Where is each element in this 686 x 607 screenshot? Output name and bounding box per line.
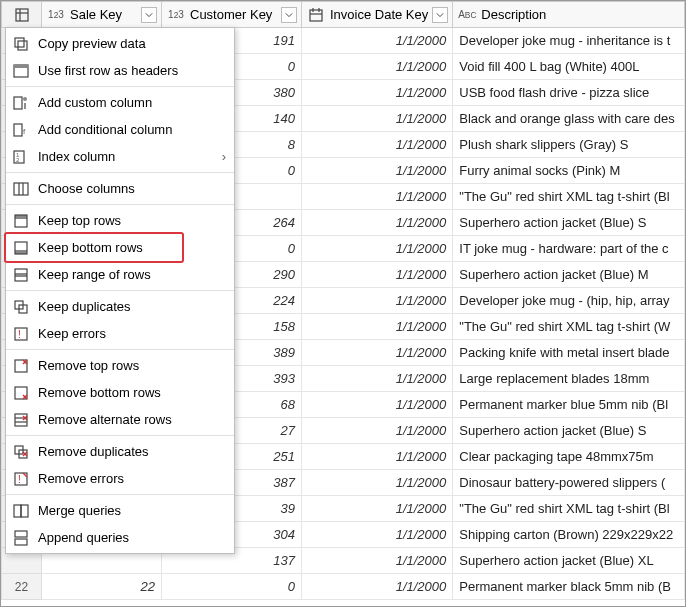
menu-keep-duplicates[interactable]: Keep duplicates	[6, 293, 234, 320]
menu-append-queries[interactable]: Append queries	[6, 524, 234, 551]
column-header-sale-key[interactable]: 123 Sale Key	[42, 2, 162, 28]
row-number[interactable]: 22	[2, 574, 42, 600]
cell-invoice-date[interactable]: 1/1/2000	[302, 158, 453, 184]
cell-description[interactable]: Packing knife with metal insert blade	[453, 340, 685, 366]
cell-invoice-date[interactable]: 1/1/2000	[302, 28, 453, 54]
svg-rect-23	[15, 250, 27, 254]
cell-description[interactable]: "The Gu" red shirt XML tag t-shirt (Bl	[453, 496, 685, 522]
menu-keep-errors[interactable]: ! Keep errors	[6, 320, 234, 347]
remove-duplicates-icon	[12, 443, 30, 461]
menu-keep-top[interactable]: Keep top rows	[6, 207, 234, 234]
menu-merge-queries[interactable]: Merge queries	[6, 497, 234, 524]
cell-invoice-date[interactable]: 1/1/2000	[302, 132, 453, 158]
cell-sale-key[interactable]: 22	[42, 574, 162, 600]
date-type-icon	[306, 7, 326, 23]
cell-description[interactable]: Permanent marker blue 5mm nib (Bl	[453, 392, 685, 418]
menu-keep-range[interactable]: Keep range of rows	[6, 261, 234, 288]
svg-rect-3	[310, 10, 322, 21]
cell-invoice-date[interactable]: 1/1/2000	[302, 548, 453, 574]
filter-dropdown-icon[interactable]	[141, 7, 157, 23]
menu-label: Keep bottom rows	[38, 240, 143, 255]
cell-description[interactable]: Superhero action jacket (Blue) S	[453, 210, 685, 236]
menu-keep-bottom[interactable]: Keep bottom rows	[6, 234, 234, 261]
menu-index-column[interactable]: 12 Index column ›	[6, 143, 234, 170]
cell-description[interactable]: "The Gu" red shirt XML tag t-shirt (W	[453, 314, 685, 340]
menu-remove-bottom[interactable]: Remove bottom rows	[6, 379, 234, 406]
menu-label: Copy preview data	[38, 36, 146, 51]
cell-description[interactable]: Superhero action jacket (Blue) M	[453, 262, 685, 288]
menu-remove-duplicates[interactable]: Remove duplicates	[6, 438, 234, 465]
menu-separator	[6, 349, 234, 350]
cell-invoice-date[interactable]: 1/1/2000	[302, 80, 453, 106]
cell-description[interactable]: Permanent marker black 5mm nib (B	[453, 574, 685, 600]
cell-invoice-date[interactable]: 1/1/2000	[302, 314, 453, 340]
cell-description[interactable]: Black and orange glass with care des	[453, 106, 685, 132]
cell-customer-key[interactable]: 0	[162, 574, 302, 600]
cell-invoice-date[interactable]: 1/1/2000	[302, 106, 453, 132]
filter-dropdown-icon[interactable]	[432, 7, 448, 23]
cell-description[interactable]: Dinosaur battery-powered slippers (	[453, 470, 685, 496]
menu-add-conditional[interactable]: f Add conditional column	[6, 116, 234, 143]
chevron-right-icon: ›	[222, 149, 226, 164]
cell-description[interactable]: Shipping carton (Brown) 229x229x22	[453, 522, 685, 548]
cell-description[interactable]: Superhero action jacket (Blue) XL	[453, 548, 685, 574]
number-type-icon: 123	[46, 7, 66, 23]
copy-icon	[12, 35, 30, 53]
cell-description[interactable]: Large replacement blades 18mm	[453, 366, 685, 392]
svg-rect-21	[15, 215, 27, 219]
cell-invoice-date[interactable]: 1/1/2000	[302, 236, 453, 262]
cell-invoice-date[interactable]: 1/1/2000	[302, 496, 453, 522]
menu-label: Remove bottom rows	[38, 385, 161, 400]
menu-remove-top[interactable]: Remove top rows	[6, 352, 234, 379]
cell-description[interactable]: Developer joke mug - inheritance is t	[453, 28, 685, 54]
svg-text:2: 2	[16, 157, 20, 163]
cell-invoice-date[interactable]: 1/1/2000	[302, 288, 453, 314]
cell-invoice-date[interactable]: 1/1/2000	[302, 574, 453, 600]
menu-remove-errors[interactable]: ! Remove errors	[6, 465, 234, 492]
cell-description[interactable]: Furry animal socks (Pink) M	[453, 158, 685, 184]
menu-copy-preview[interactable]: Copy preview data	[6, 30, 234, 57]
headers-icon	[12, 62, 30, 80]
menu-remove-alternate[interactable]: Remove alternate rows	[6, 406, 234, 433]
menu-add-custom[interactable]: Add custom column	[6, 89, 234, 116]
cell-description[interactable]: Clear packaging tape 48mmx75m	[453, 444, 685, 470]
menu-label: Keep duplicates	[38, 299, 131, 314]
cell-description[interactable]: USB food flash drive - pizza slice	[453, 80, 685, 106]
remove-bottom-icon	[12, 384, 30, 402]
cell-description[interactable]: Void fill 400 L bag (White) 400L	[453, 54, 685, 80]
cell-invoice-date[interactable]: 1/1/2000	[302, 392, 453, 418]
column-label: Invoice Date Key	[330, 7, 428, 22]
menu-label: Merge queries	[38, 503, 121, 518]
cell-invoice-date[interactable]: 1/1/2000	[302, 366, 453, 392]
keep-top-icon	[12, 212, 30, 230]
cell-invoice-date[interactable]: 1/1/2000	[302, 340, 453, 366]
menu-choose-columns[interactable]: Choose columns	[6, 175, 234, 202]
add-column-icon	[12, 94, 30, 112]
select-all-corner[interactable]	[2, 2, 42, 28]
filter-dropdown-icon[interactable]	[281, 7, 297, 23]
svg-rect-29	[15, 328, 27, 340]
column-header-description[interactable]: ABC Description	[453, 2, 685, 28]
cell-description[interactable]: "The Gu" red shirt XML tag t-shirt (Bl	[453, 184, 685, 210]
column-label: Customer Key	[190, 7, 272, 22]
cell-invoice-date[interactable]: 1/1/2000	[302, 262, 453, 288]
column-label: Description	[481, 7, 546, 22]
cell-invoice-date[interactable]: 1/1/2000	[302, 210, 453, 236]
table-row[interactable]: 222201/1/2000Permanent marker black 5mm …	[2, 574, 685, 600]
menu-use-first-row[interactable]: Use first row as headers	[6, 57, 234, 84]
cell-description[interactable]: IT joke mug - hardware: part of the c	[453, 236, 685, 262]
svg-rect-51	[15, 531, 27, 537]
cell-invoice-date[interactable]: 1/1/2000	[302, 522, 453, 548]
svg-rect-49	[14, 505, 21, 517]
cell-invoice-date[interactable]: 1/1/2000	[302, 444, 453, 470]
text-type-icon: ABC	[457, 7, 477, 23]
column-header-invoice-date[interactable]: Invoice Date Key	[302, 2, 453, 28]
cell-invoice-date[interactable]: 1/1/2000	[302, 418, 453, 444]
cell-invoice-date[interactable]: 1/1/2000	[302, 54, 453, 80]
column-header-customer-key[interactable]: 123 Customer Key	[162, 2, 302, 28]
cell-invoice-date[interactable]: 1/1/2000	[302, 470, 453, 496]
cell-description[interactable]: Plush shark slippers (Gray) S	[453, 132, 685, 158]
cell-description[interactable]: Developer joke mug - (hip, hip, array	[453, 288, 685, 314]
cell-invoice-date[interactable]: 1/1/2000	[302, 184, 453, 210]
cell-description[interactable]: Superhero action jacket (Blue) S	[453, 418, 685, 444]
